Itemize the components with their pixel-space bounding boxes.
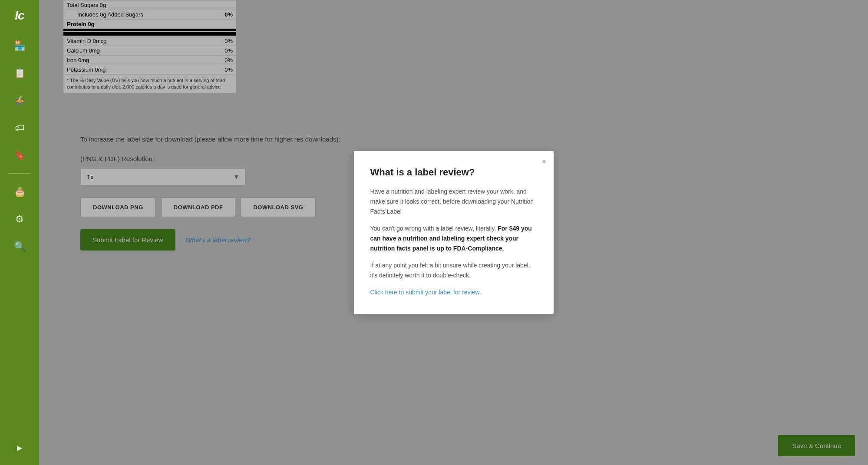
sidebar-item-list[interactable]: 📋 [7, 61, 33, 85]
modal-overlay: × What is a label review? Have a nutriti… [39, 0, 868, 465]
main-content: Total Sugars 0g Includes 0g Added Sugars… [39, 0, 868, 465]
settings-icon: ⚙ [15, 214, 24, 225]
pot-icon: 🍲 [14, 95, 26, 106]
badge-icon: 🔍 [14, 241, 26, 252]
cake-icon: 🎂 [14, 186, 26, 198]
modal-paragraph-2: You can't go wrong with a label review, … [370, 224, 537, 254]
sidebar-item-settings[interactable]: ⚙ [7, 207, 33, 231]
modal-paragraph-2-plain: You can't go wrong with a label review, … [370, 225, 498, 232]
store-icon: 🏪 [14, 40, 26, 52]
modal-close-button[interactable]: × [541, 157, 547, 166]
sidebar-item-tag[interactable]: 🔖 [7, 143, 33, 167]
label-review-modal: × What is a label review? Have a nutriti… [354, 151, 554, 314]
sidebar-item-store[interactable]: 🏪 [7, 34, 33, 58]
modal-body: Have a nutrition and labeling expert rev… [370, 187, 537, 298]
sidebar-item-pot[interactable]: 🍲 [7, 89, 33, 112]
sidebar: lc 🏪 📋 🍲 🏷 🔖 🎂 ⚙ 🔍 ▶ [0, 0, 39, 465]
tag-icon: 🔖 [14, 150, 26, 161]
modal-submit-link[interactable]: Click here to submit your label for revi… [370, 289, 481, 296]
sidebar-logo: lc [15, 4, 24, 30]
list-icon: 📋 [14, 68, 26, 79]
sidebar-item-cake[interactable]: 🎂 [7, 180, 33, 204]
sidebar-divider [9, 173, 30, 174]
sidebar-item-label[interactable]: 🏷 [7, 116, 33, 140]
sidebar-expand-arrow[interactable]: ▶ [17, 444, 22, 461]
sidebar-item-badge[interactable]: 🔍 [7, 234, 33, 258]
modal-title: What is a label review? [370, 167, 537, 178]
label-icon: 🏷 [15, 122, 24, 134]
modal-link-paragraph: Click here to submit your label for revi… [370, 287, 537, 297]
modal-paragraph-1: Have a nutrition and labeling expert rev… [370, 187, 537, 217]
modal-paragraph-3: If at any point you felt a bit unsure wh… [370, 261, 537, 280]
